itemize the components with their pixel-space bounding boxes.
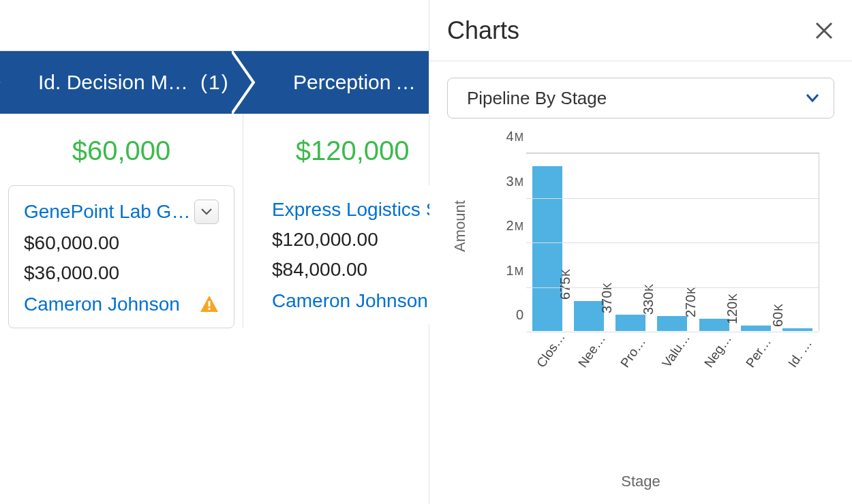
stage-perception-analysis[interactable]: Perception Ana xyxy=(255,51,429,114)
kanban-columns: $60,000 GenePoint Lab Gen… $60,000.00 $3… xyxy=(0,114,429,328)
kanban-column: $60,000 GenePoint Lab Gen… $60,000.00 $3… xyxy=(0,114,243,328)
column-total: $60,000 xyxy=(0,114,243,185)
chart-type-select[interactable]: Pipeline By Stage xyxy=(447,78,834,119)
bar-value-label: 3.7M xyxy=(517,142,533,170)
card-expected: $84,000.00 xyxy=(272,259,438,281)
bar-value-label: 675K xyxy=(558,269,573,300)
panel-title: Charts xyxy=(447,16,519,45)
kanban-board: Id. Decision M… (1) Perception Ana $60,0… xyxy=(0,0,429,504)
warning-icon xyxy=(200,295,219,315)
chevron-left-icon xyxy=(0,51,23,114)
card-menu-button[interactable] xyxy=(194,200,219,224)
close-icon xyxy=(815,22,833,40)
chevron-down-icon xyxy=(806,94,819,102)
stage-label: Id. Decision M… xyxy=(38,71,188,94)
charts-panel: Charts Pipeline By Stage Amount 3.7M675K… xyxy=(429,0,852,504)
bar-value-label: 60K xyxy=(770,304,786,327)
x-tick: Closed Won xyxy=(534,328,570,371)
bar-slot: 3.7M xyxy=(526,166,568,331)
bar-slot: 370K xyxy=(610,315,652,331)
opportunity-card[interactable]: Express Logistics S $120,000.00 $84,000.… xyxy=(252,185,453,324)
y-tick: 3M xyxy=(483,173,523,189)
bar-value-label: 330K xyxy=(641,284,657,315)
x-tick: Negotiation/R… xyxy=(701,328,737,371)
pipeline-by-stage-chart: Amount 3.7M675K370K330K270K120K60K Close… xyxy=(447,136,834,490)
card-owner[interactable]: Cameron Johnson xyxy=(24,294,219,315)
gridline xyxy=(526,153,819,154)
card-amount: $120,000.00 xyxy=(272,229,438,251)
card-expected: $36,000.00 xyxy=(24,262,219,284)
card-title[interactable]: GenePoint Lab Gen… xyxy=(24,201,194,223)
gridline xyxy=(526,198,819,199)
y-tick: 4M xyxy=(483,129,523,144)
card-title[interactable]: Express Logistics S xyxy=(272,199,438,221)
top-spacer xyxy=(0,0,429,51)
x-tick: Proposal/Price… xyxy=(618,328,654,371)
bar-value-label: 270K xyxy=(683,287,699,317)
y-axis-label: Amount xyxy=(451,200,469,252)
bar-value-label: 120K xyxy=(725,294,741,324)
x-tick: Value Propositi… xyxy=(659,328,695,371)
x-axis-label: Stage xyxy=(447,473,834,490)
close-button[interactable] xyxy=(810,16,838,45)
y-tick: 0 xyxy=(483,307,523,323)
stage-header: Id. Decision M… (1) Perception Ana xyxy=(0,51,429,114)
x-tick: Needs Analysis xyxy=(575,328,611,371)
stage-count: (1) xyxy=(200,71,230,94)
gridline xyxy=(526,242,819,243)
card-amount: $60,000.00 xyxy=(24,232,219,254)
opportunity-card[interactable]: GenePoint Lab Gen… $60,000.00 $36,000.00… xyxy=(8,185,234,328)
x-axis-ticks: Closed WonNeeds AnalysisProposal/Price…V… xyxy=(526,334,819,349)
stage-label: Perception Ana xyxy=(293,71,429,94)
stage-id-decision-makers[interactable]: Id. Decision M… (1) xyxy=(0,51,255,114)
svg-rect-1 xyxy=(209,301,211,306)
chevron-down-icon xyxy=(201,208,212,215)
chart-bar[interactable] xyxy=(532,166,562,331)
x-tick: Id. Decision M… xyxy=(785,328,821,371)
x-tick: Perception Ana… xyxy=(743,328,779,371)
y-tick: 1M xyxy=(483,262,523,278)
chart-plot: 3.7M675K370K330K270K120K60K xyxy=(526,153,819,331)
gridline xyxy=(526,287,819,288)
svg-rect-2 xyxy=(209,308,211,310)
y-tick: 2M xyxy=(483,218,523,234)
card-owner[interactable]: Cameron Johnson xyxy=(272,290,438,312)
select-value: Pipeline By Stage xyxy=(467,88,607,109)
bar-slot: 330K xyxy=(652,316,693,331)
